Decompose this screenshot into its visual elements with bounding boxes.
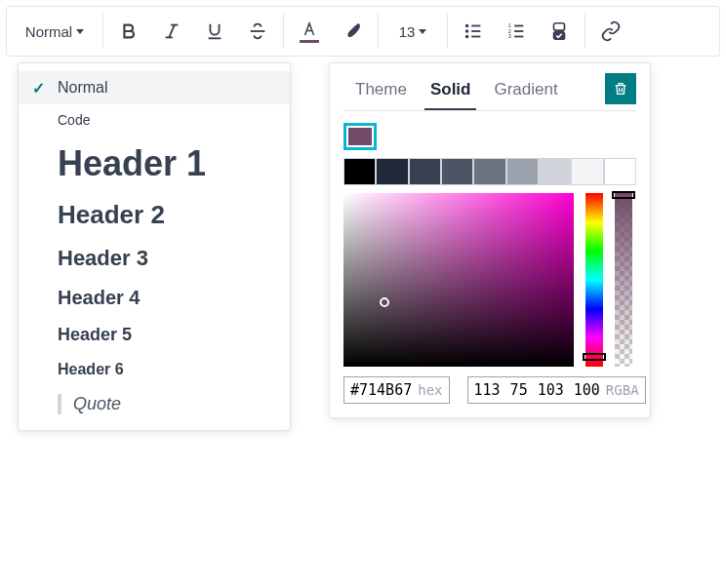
preset-swatch[interactable]	[571, 158, 603, 185]
preset-swatch[interactable]	[539, 158, 571, 185]
caret-down-icon	[76, 29, 84, 34]
style-option-label: Header 4	[58, 287, 141, 309]
divider	[585, 14, 585, 49]
preset-swatch[interactable]	[409, 158, 441, 185]
alpha-thumb[interactable]	[612, 191, 635, 199]
hex-input[interactable]: #714B67 hex	[343, 376, 450, 404]
strikethrough-icon	[247, 20, 268, 42]
font-size-dropdown[interactable]: 13	[383, 10, 443, 53]
hue-slider[interactable]	[585, 193, 603, 367]
style-option[interactable]: Header 4	[19, 279, 290, 317]
style-option[interactable]: ✓Normal	[19, 71, 290, 104]
preset-swatch[interactable]	[473, 158, 505, 185]
style-option[interactable]: Header 1	[19, 136, 290, 192]
underline-button[interactable]	[193, 10, 236, 53]
paragraph-style-dropdown[interactable]: Normal	[11, 10, 99, 53]
checklist-button[interactable]	[538, 10, 581, 53]
check-icon: ✓	[32, 79, 45, 98]
divider	[378, 14, 379, 49]
color-picker-panel: Theme Solid Gradient #714B67 hex 113	[329, 62, 651, 418]
paragraph-style-label: Normal	[25, 23, 72, 40]
paragraph-style-panel: ✓NormalCodeHeader 1Header 2Header 3Heade…	[18, 62, 291, 431]
bold-button[interactable]	[107, 10, 150, 53]
divider	[283, 14, 284, 49]
preset-swatch[interactable]	[441, 158, 473, 185]
style-option[interactable]: Quote	[19, 386, 290, 422]
trash-icon	[613, 81, 628, 97]
style-option[interactable]: Header 6	[19, 353, 290, 386]
style-option-label: Header 5	[58, 325, 132, 345]
hue-thumb[interactable]	[583, 353, 606, 361]
unordered-list-button[interactable]	[452, 10, 495, 53]
italic-button[interactable]	[150, 10, 193, 53]
divider	[102, 14, 103, 49]
rgba-values: 113 75 103100	[474, 381, 600, 399]
link-icon	[600, 20, 622, 42]
color-inputs-row: #714B67 hex 113 75 103100 RGBA	[343, 376, 636, 404]
caret-down-icon	[419, 29, 426, 34]
preset-swatch-row	[343, 158, 636, 185]
highlight-color-button[interactable]	[331, 10, 374, 53]
preset-swatch[interactable]	[604, 158, 636, 185]
editor-toolbar: Normal 13 123	[6, 6, 720, 57]
tab-solid[interactable]: Solid	[419, 74, 483, 109]
alpha-slider[interactable]	[615, 193, 632, 367]
preset-swatch[interactable]	[376, 158, 408, 185]
bullet-list-icon	[463, 20, 484, 42]
paintbrush-icon	[342, 20, 363, 42]
style-option-label: Header 6	[58, 361, 124, 378]
checklist-icon	[548, 20, 570, 42]
font-size-label: 13	[399, 23, 416, 40]
text-color-button[interactable]	[288, 10, 331, 53]
style-option-label: Header 2	[58, 200, 165, 230]
style-option-label: Header 3	[58, 246, 148, 271]
style-option-label: Quote	[58, 394, 121, 414]
reset-color-button[interactable]	[605, 73, 636, 104]
saturation-lightness-area[interactable]	[343, 193, 574, 367]
style-option-label: Header 1	[58, 143, 206, 184]
style-option-label: Normal	[58, 79, 108, 97]
svg-text:3: 3	[508, 33, 511, 39]
svg-line-2	[169, 25, 175, 38]
style-option[interactable]: Header 3	[19, 238, 290, 279]
ordered-list-button[interactable]: 123	[495, 10, 538, 53]
link-button[interactable]	[589, 10, 632, 53]
selected-color-inner	[346, 126, 374, 147]
sl-cursor[interactable]	[380, 297, 389, 307]
color-tabs: Theme Solid Gradient	[343, 73, 636, 111]
text-color-icon	[301, 20, 318, 38]
alpha-gradient	[615, 193, 632, 367]
style-option[interactable]: Header 2	[19, 192, 290, 238]
style-option[interactable]: Header 5	[19, 317, 290, 353]
numbered-list-icon: 123	[505, 20, 527, 42]
tab-gradient[interactable]: Gradient	[482, 74, 569, 109]
style-option-label: Code	[58, 112, 90, 128]
hex-value: #714B67	[350, 381, 412, 399]
picker-row	[343, 193, 636, 367]
underline-icon	[204, 20, 225, 42]
strikethrough-button[interactable]	[236, 10, 279, 53]
italic-icon	[161, 20, 182, 42]
bold-icon	[118, 20, 140, 42]
svg-point-6	[466, 25, 468, 27]
svg-rect-18	[554, 23, 565, 30]
hex-label: hex	[418, 382, 442, 398]
tab-theme[interactable]: Theme	[343, 74, 419, 109]
style-option[interactable]: Code	[19, 104, 290, 136]
svg-point-8	[466, 36, 468, 38]
preset-swatch[interactable]	[506, 158, 539, 185]
rgba-input[interactable]: 113 75 103100 RGBA	[467, 376, 646, 404]
selected-color-swatch[interactable]	[343, 123, 377, 150]
rgba-label: RGBA	[606, 382, 639, 398]
preset-swatch[interactable]	[343, 158, 376, 185]
divider	[447, 14, 448, 49]
text-color-underline	[300, 40, 319, 43]
svg-point-7	[466, 30, 468, 32]
